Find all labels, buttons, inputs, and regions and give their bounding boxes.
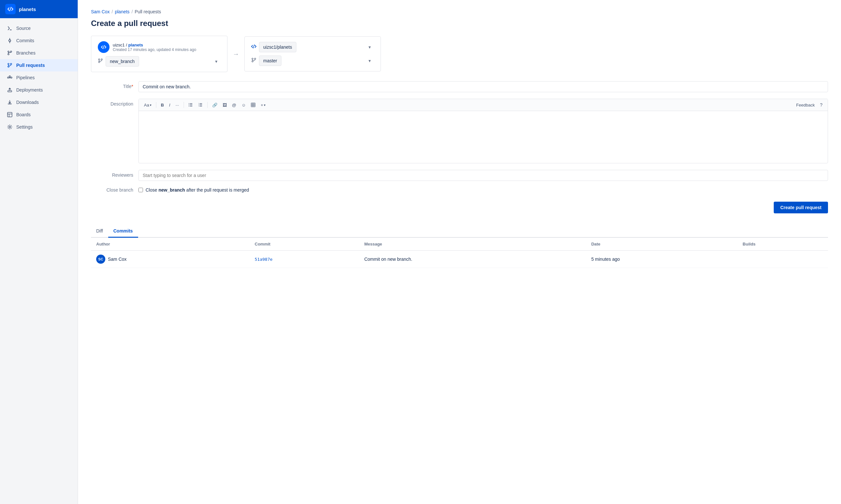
source-branch-icon [98, 58, 103, 65]
sidebar-item-settings[interactable]: Settings [0, 121, 78, 133]
breadcrumb-sep2: / [132, 9, 133, 14]
description-label: Description [91, 99, 133, 107]
breadcrumb: Sam Cox / planets / Pull requests [91, 9, 828, 14]
commit-hash[interactable]: 51a987e [255, 257, 273, 262]
svg-point-25 [189, 106, 189, 107]
sidebar-item-label: Deployments [16, 87, 43, 93]
sidebar-item-pull-requests[interactable]: Pull requests [0, 59, 78, 71]
sidebar-item-label: Settings [16, 124, 33, 130]
commits-icon [6, 37, 13, 44]
create-pull-request-button[interactable]: Create pull request [774, 202, 828, 213]
commits-table-body: SC Sam Cox 51a987e Commit on new branch.… [91, 251, 828, 268]
author-name: Sam Cox [108, 256, 127, 262]
toolbar-feedback-btn[interactable]: Feedback [794, 101, 817, 109]
svg-rect-20 [190, 103, 192, 104]
sidebar-item-pipelines[interactable]: Pipelines [0, 71, 78, 84]
page-title: Create a pull request [91, 19, 828, 28]
toolbar-bold-btn[interactable]: B [159, 101, 166, 109]
target-branch-icon [251, 57, 257, 64]
sidebar-item-commits[interactable]: Commits [0, 34, 78, 47]
editor-wrapper: Aa ▾ B I ··· [138, 99, 828, 163]
sidebar-item-label: Pipelines [16, 75, 35, 80]
tab-commits[interactable]: Commits [108, 225, 138, 238]
commit-date-cell: 5 minutes ago [586, 251, 737, 268]
target-branch-dropdown-row: master [251, 56, 374, 66]
tab-diff[interactable]: Diff [91, 225, 108, 238]
target-repo-icon [251, 44, 257, 51]
sidebar-item-deployments[interactable]: Deployments [0, 84, 78, 96]
reviewers-label: Reviewers [91, 170, 133, 178]
toolbar-font-btn[interactable]: Aa ▾ [142, 101, 153, 109]
create-btn-row: Create pull request [91, 202, 828, 213]
svg-text:3: 3 [198, 105, 199, 107]
toolbar-link-btn[interactable]: 🔗 [210, 101, 220, 109]
breadcrumb-sep1: / [112, 9, 113, 14]
reviewers-input[interactable] [138, 170, 828, 181]
toolbar-more-btn[interactable]: ··· [174, 101, 181, 109]
deployments-icon [6, 87, 13, 93]
close-branch-label: Close branch [91, 187, 133, 193]
source-branch-card: uizsc1 / planets Created 17 minutes ago,… [91, 36, 227, 72]
close-branch-checkbox[interactable] [138, 188, 143, 192]
close-branch-name: new_branch [159, 187, 185, 193]
description-form-row: Description Aa ▾ B I ··· [91, 99, 828, 163]
description-editor[interactable] [139, 111, 828, 163]
toolbar-more2-btn[interactable]: + ▾ [259, 101, 267, 109]
col-author: Author [91, 238, 249, 251]
breadcrumb-repo[interactable]: planets [115, 9, 129, 14]
toolbar-image-btn[interactable]: 🖼 [221, 101, 229, 109]
reviewers-form-row: Reviewers [91, 170, 828, 181]
svg-rect-28 [199, 106, 202, 107]
svg-rect-26 [199, 103, 202, 104]
source-repo-meta: Created 17 minutes ago, updated 4 minute… [113, 48, 196, 52]
col-message: Message [359, 238, 586, 251]
app-name: planets [19, 6, 36, 12]
sidebar-item-downloads[interactable]: Downloads [0, 96, 78, 108]
commits-table: Author Commit Message Date Builds SC Sam… [91, 238, 828, 268]
source-repo-link[interactable]: planets [128, 42, 143, 48]
toolbar-help-btn[interactable]: ? [818, 101, 824, 109]
sidebar-item-boards[interactable]: Boards [0, 108, 78, 121]
toolbar-emoji-btn[interactable]: ☺ [240, 101, 248, 109]
sidebar-item-branches[interactable]: Branches [0, 47, 78, 59]
close-branch-row: Close branch Close new_branch after the … [91, 187, 828, 193]
branches-icon [6, 50, 13, 56]
source-repo-icon [98, 41, 109, 53]
target-repo-select[interactable]: uizsc1/planets [259, 42, 296, 52]
toolbar-mention-btn[interactable]: @ [230, 101, 238, 109]
sidebar-header: planets [0, 0, 78, 18]
source-repo-owner: uizsc1 [113, 42, 125, 48]
svg-rect-12 [7, 112, 12, 117]
toolbar-ol-btn[interactable]: 123 [196, 101, 205, 108]
sidebar-item-source[interactable]: Source [0, 22, 78, 34]
source-card-header: uizsc1 / planets Created 17 minutes ago,… [98, 41, 221, 53]
toolbar-sep-3 [207, 102, 208, 108]
title-required: * [132, 84, 133, 89]
downloads-icon [6, 99, 13, 106]
title-input[interactable] [138, 81, 828, 92]
close-branch-suffix: after the pull request is merged [185, 187, 249, 193]
tabs-row: Diff Commits [91, 225, 828, 238]
title-form-row: Title* [91, 81, 828, 92]
settings-icon [6, 124, 13, 130]
toolbar-table-btn[interactable] [249, 101, 257, 108]
main-content: Sam Cox / planets / Pull requests Create… [78, 0, 841, 504]
svg-point-24 [189, 105, 189, 105]
app-logo [5, 4, 16, 14]
reviewers-control [138, 170, 828, 181]
breadcrumb-user[interactable]: Sam Cox [91, 9, 110, 14]
pipelines-icon [6, 74, 13, 81]
toolbar-ul-btn[interactable] [187, 101, 195, 108]
commits-table-header: Author Commit Message Date Builds [91, 238, 828, 251]
branch-selector-row: uizsc1 / planets Created 17 minutes ago,… [91, 36, 828, 72]
source-repo-name: uizsc1 / planets [113, 42, 196, 48]
source-branch-select[interactable]: new_branch [106, 56, 139, 67]
col-commit: Commit [249, 238, 359, 251]
source-repo-info: uizsc1 / planets Created 17 minutes ago,… [113, 42, 196, 52]
toolbar-italic-btn[interactable]: I [167, 101, 172, 109]
svg-rect-10 [8, 91, 12, 92]
col-date: Date [586, 238, 737, 251]
target-branch-select[interactable]: master [259, 56, 281, 66]
source-icon [6, 25, 13, 32]
sidebar-item-label: Commits [16, 38, 34, 43]
